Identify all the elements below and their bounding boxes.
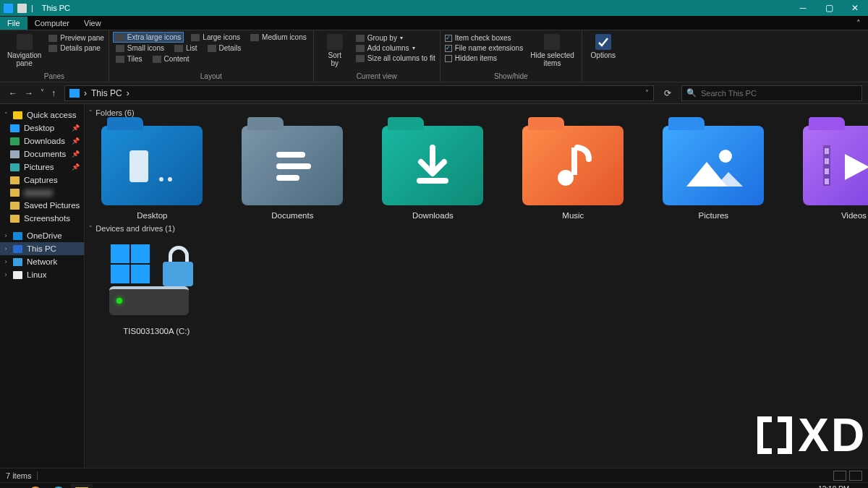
taskbar-clock[interactable]: 12:18 PM 6/17/2021: [817, 486, 850, 489]
ribbon-tabs: File Computer View ˄: [0, 16, 868, 30]
address-bar[interactable]: › This PC › ˅: [64, 85, 654, 101]
taskbar-edge[interactable]: [48, 484, 69, 489]
tab-view[interactable]: View: [77, 17, 109, 30]
taskbar-file-explorer[interactable]: [71, 484, 93, 489]
folder-pictures[interactable]: Pictures: [656, 121, 770, 220]
sidebar-linux[interactable]: ›Linux: [0, 268, 84, 281]
folder-label: Pictures: [699, 211, 729, 220]
desktop-icon: [10, 124, 20, 132]
sidebar-screenshots[interactable]: Screenshots: [0, 212, 84, 225]
details-pane-button[interactable]: Details pane: [48, 44, 104, 52]
minimize-button[interactable]: ─: [790, 0, 816, 16]
tab-computer[interactable]: Computer: [27, 17, 77, 30]
ribbon: Navigation pane Preview pane Details pan…: [0, 30, 868, 82]
section-folders-header[interactable]: ˅ Folders (6): [85, 104, 868, 121]
sidebar-network[interactable]: ›Network: [0, 255, 84, 268]
svg-point-1: [159, 177, 163, 181]
folder-downloads[interactable]: Downloads: [375, 121, 490, 220]
thumbnails-view-button[interactable]: [849, 471, 862, 481]
sidebar-documents[interactable]: Documents📌: [0, 147, 84, 160]
start-button[interactable]: [1, 484, 23, 489]
folder-music[interactable]: Music: [516, 121, 630, 220]
layout-extra-large[interactable]: Extra large icons: [114, 33, 183, 42]
maximize-button[interactable]: ▢: [816, 0, 842, 16]
navigation-pane-button[interactable]: Navigation pane: [4, 33, 44, 69]
search-box[interactable]: 🔍: [681, 85, 862, 101]
sidebar-pictures[interactable]: Pictures📌: [0, 160, 84, 174]
svg-rect-13: [825, 168, 829, 174]
sidebar-downloads[interactable]: Downloads📌: [0, 134, 84, 147]
hidden-items-toggle[interactable]: Hidden items: [445, 54, 524, 62]
layout-tiles[interactable]: Tiles: [114, 54, 145, 64]
folder-label: Desktop: [137, 211, 167, 220]
windows-logo-icon: [111, 244, 150, 283]
recent-locations-button[interactable]: ˅: [41, 88, 44, 98]
folder-icon: [10, 215, 20, 223]
chevron-right-icon: ›: [3, 232, 9, 239]
forward-button[interactable]: →: [25, 88, 33, 98]
ribbon-collapse-button[interactable]: ˄: [849, 17, 868, 30]
options-button[interactable]: Options: [587, 33, 620, 61]
group-by-button[interactable]: Group by ▾: [356, 34, 435, 42]
folder-label: Videos: [841, 211, 867, 220]
content-area: ˅ Folders (6) Desktop Documents Downlo: [85, 104, 868, 468]
svg-point-6: [558, 170, 574, 186]
layout-medium[interactable]: Medium icons: [248, 33, 309, 42]
details-view-button[interactable]: [833, 471, 846, 481]
layout-small[interactable]: Small icons: [114, 43, 166, 53]
sidebar-blurred-folder[interactable]: [0, 187, 84, 199]
sidebar-saved-pictures[interactable]: Saved Pictures: [0, 199, 84, 212]
sidebar-desktop[interactable]: Desktop📌: [0, 121, 84, 134]
hide-selected-button[interactable]: Hide selected items: [527, 33, 577, 69]
up-button[interactable]: ↑: [51, 88, 56, 98]
downloads-folder-icon: [382, 126, 483, 205]
drive-label: TIS0031300A (C:): [123, 327, 190, 335]
group-panes: Navigation pane Preview pane Details pan…: [0, 30, 109, 82]
close-button[interactable]: ✕: [842, 0, 868, 16]
back-button[interactable]: ←: [9, 88, 17, 98]
search-icon: 🔍: [686, 88, 697, 98]
layout-content[interactable]: Content: [150, 54, 192, 64]
tab-file[interactable]: File: [0, 17, 27, 30]
refresh-button[interactable]: ⟳: [660, 88, 676, 98]
options-label: Options: [591, 51, 616, 59]
add-columns-button[interactable]: Add columns ▾: [356, 44, 435, 52]
pin-icon: 📌: [72, 137, 80, 145]
options-icon: [595, 34, 611, 50]
breadcrumb[interactable]: This PC: [91, 88, 122, 98]
details-pane-label: Details pane: [60, 44, 101, 52]
chevron-right-icon: ›: [3, 271, 9, 278]
folder-documents[interactable]: Documents: [235, 121, 349, 220]
breadcrumb-sep: ›: [84, 88, 87, 98]
layout-details[interactable]: Details: [205, 43, 244, 53]
item-checkboxes-toggle[interactable]: ✓Item check boxes: [445, 34, 524, 42]
svg-rect-7: [571, 147, 577, 175]
drive-c[interactable]: TIS0031300A (C:): [95, 237, 218, 335]
layout-list[interactable]: List: [172, 43, 200, 53]
svg-rect-3: [276, 152, 305, 158]
preview-pane-icon: [48, 35, 57, 42]
svg-rect-12: [825, 158, 829, 164]
sidebar-quick-access[interactable]: ˅Quick access: [0, 108, 84, 121]
taskbar-edge-canary[interactable]: [25, 484, 46, 489]
folder-desktop[interactable]: Desktop: [95, 121, 209, 220]
size-columns-button[interactable]: Size all columns to fit: [356, 54, 435, 62]
navigation-tree[interactable]: ˅Quick access Desktop📌 Downloads📌 Docume…: [0, 104, 85, 468]
sidebar-onedrive[interactable]: ›OneDrive: [0, 229, 84, 242]
sort-by-button[interactable]: Sort by: [318, 33, 352, 69]
group-showhide-label: Show/hide: [445, 71, 577, 82]
layout-large[interactable]: Large icons: [189, 33, 242, 42]
pin-icon: 📌: [72, 150, 80, 158]
folder-icon: [10, 189, 20, 197]
app-icon: [4, 4, 13, 13]
sidebar-this-pc[interactable]: ›This PC: [0, 242, 84, 255]
folder-videos[interactable]: Videos: [796, 121, 868, 220]
search-input[interactable]: [701, 89, 857, 98]
preview-pane-button[interactable]: Preview pane: [48, 34, 104, 42]
address-dropdown-button[interactable]: ˅: [645, 89, 649, 97]
section-drives-header[interactable]: ˅ Devices and drives (1): [85, 220, 868, 237]
sidebar-captures[interactable]: Captures: [0, 174, 84, 187]
download-icon: [10, 137, 20, 145]
folder-icon: [10, 202, 20, 210]
file-extensions-toggle[interactable]: ✓File name extensions: [445, 44, 524, 52]
